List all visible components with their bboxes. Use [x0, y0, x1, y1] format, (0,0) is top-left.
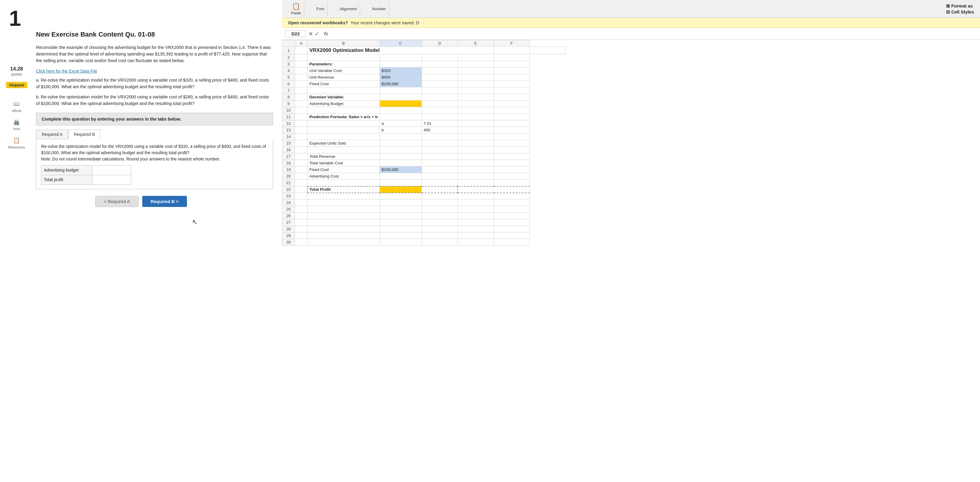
cell-a18[interactable] [295, 160, 307, 167]
cell-a3[interactable] [295, 61, 307, 67]
cell-d12[interactable]: 7.01 [422, 120, 458, 127]
cell-b26[interactable] [307, 213, 380, 219]
cell-e24[interactable] [458, 199, 493, 206]
cell-a22[interactable] [295, 186, 307, 193]
cell-d19[interactable] [422, 167, 458, 173]
cell-b15[interactable]: Expected Units Sold [307, 140, 380, 147]
cell-e21[interactable] [458, 180, 493, 186]
paste-button[interactable]: 📋 Paste [291, 2, 301, 15]
formula-confirm-icon[interactable]: ✓ [315, 30, 319, 37]
cell-f18[interactable] [493, 160, 530, 167]
cell-e1[interactable] [493, 47, 530, 54]
cell-b19[interactable]: Fixed Cost [307, 167, 380, 173]
cell-b10[interactable] [307, 107, 380, 114]
col-header-a[interactable]: A [295, 40, 307, 47]
cell-a17[interactable] [295, 153, 307, 160]
cell-c7[interactable] [380, 87, 422, 94]
cell-b5[interactable]: Unit Revenue [307, 74, 380, 81]
cell-c22[interactable] [380, 186, 422, 193]
alignment-button[interactable]: Alignment [339, 6, 357, 11]
cell-f15[interactable] [493, 140, 530, 147]
cell-b12[interactable] [307, 120, 380, 127]
formula-cancel-icon[interactable]: ✕ [309, 30, 313, 37]
cell-d10[interactable] [422, 107, 458, 114]
cell-c16[interactable] [380, 147, 422, 153]
cell-a11[interactable] [295, 114, 307, 120]
sidebar-ebook[interactable]: 📖 eBook [6, 100, 27, 113]
cell-b23[interactable] [307, 193, 380, 199]
cell-a27[interactable] [295, 219, 307, 226]
cell-a14[interactable] [295, 134, 307, 140]
cell-d11[interactable] [422, 114, 458, 120]
cell-c13[interactable]: b [380, 127, 422, 134]
cell-e29[interactable] [458, 232, 493, 239]
cell-b9[interactable]: Advertising Budget [307, 100, 380, 107]
cell-d25[interactable] [422, 206, 458, 213]
cell-f14[interactable] [493, 134, 530, 140]
cell-b22[interactable]: Total Profit [307, 186, 380, 193]
cell-a10[interactable] [295, 107, 307, 114]
cell-f22[interactable] [493, 186, 530, 193]
cell-e2[interactable] [458, 54, 493, 61]
cell-f9[interactable] [493, 100, 530, 107]
cell-c24[interactable] [380, 199, 422, 206]
cell-f13[interactable] [493, 127, 530, 134]
cell-f12[interactable] [493, 120, 530, 127]
cell-f7[interactable] [493, 87, 530, 94]
answer-input-1[interactable] [92, 165, 131, 175]
cell-c27[interactable] [380, 219, 422, 226]
cell-f27[interactable] [493, 219, 530, 226]
cell-b4[interactable]: Unit Variable Cost [307, 67, 380, 74]
cell-f3[interactable] [493, 61, 530, 67]
cell-d27[interactable] [422, 219, 458, 226]
cell-f24[interactable] [493, 199, 530, 206]
cell-c23[interactable] [380, 193, 422, 199]
cell-d29[interactable] [422, 232, 458, 239]
cell-f5[interactable] [493, 74, 530, 81]
cell-c30[interactable] [380, 239, 422, 246]
cell-a5[interactable] [295, 74, 307, 81]
cell-f20[interactable] [493, 173, 530, 180]
cell-e9[interactable] [458, 100, 493, 107]
cell-c4[interactable]: $320 [380, 67, 422, 74]
cell-e3[interactable] [458, 61, 493, 67]
cell-e13[interactable] [458, 127, 493, 134]
cell-d24[interactable] [422, 199, 458, 206]
cell-d16[interactable] [422, 147, 458, 153]
cell-a24[interactable] [295, 199, 307, 206]
cell-e18[interactable] [458, 160, 493, 167]
cell-c10[interactable] [380, 107, 422, 114]
col-header-b[interactable]: B [307, 40, 380, 47]
cell-e4[interactable] [458, 67, 493, 74]
cell-b28[interactable] [307, 226, 380, 232]
cell-b17[interactable]: Total Revenue [307, 153, 380, 160]
col-header-d[interactable]: D [422, 40, 458, 47]
cell-b14[interactable] [307, 134, 380, 140]
cell-e19[interactable] [458, 167, 493, 173]
cell-d17[interactable] [422, 153, 458, 160]
cell-c2[interactable] [380, 54, 422, 61]
cell-b16[interactable] [307, 147, 380, 153]
cell-e23[interactable] [458, 193, 493, 199]
cell-e10[interactable] [458, 107, 493, 114]
cell-d21[interactable] [422, 180, 458, 186]
cell-a30[interactable] [295, 239, 307, 246]
cell-c21[interactable] [380, 180, 422, 186]
cell-d4[interactable] [422, 67, 458, 74]
cell-b27[interactable] [307, 219, 380, 226]
cell-c20[interactable] [380, 173, 422, 180]
cell-d23[interactable] [422, 193, 458, 199]
cell-e11[interactable] [458, 114, 493, 120]
cell-d5[interactable] [422, 74, 458, 81]
cell-a15[interactable] [295, 140, 307, 147]
cell-a2[interactable] [295, 54, 307, 61]
cell-a20[interactable] [295, 173, 307, 180]
cell-e14[interactable] [458, 134, 493, 140]
cell-c17[interactable] [380, 153, 422, 160]
cell-c12[interactable]: a [380, 120, 422, 127]
cell-a7[interactable] [295, 87, 307, 94]
cell-f8[interactable] [493, 94, 530, 100]
cell-b1[interactable]: VRX2000 Optimization Model [307, 47, 494, 54]
number-button[interactable]: Number [372, 6, 386, 11]
cell-a28[interactable] [295, 226, 307, 232]
